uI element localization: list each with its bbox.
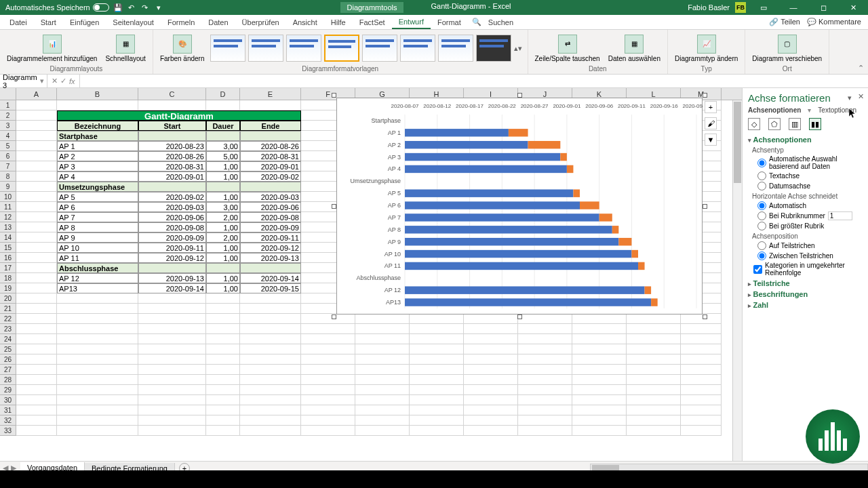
cell-A32[interactable] <box>16 415 57 426</box>
cell-A23[interactable] <box>16 324 57 334</box>
cell-H33[interactable] <box>410 426 464 436</box>
cell-A28[interactable] <box>16 375 57 385</box>
row-header-22[interactable]: 22 <box>0 314 16 324</box>
radio-max-category[interactable]: Bei größter Rubrik <box>757 222 863 230</box>
cell-I23[interactable] <box>464 324 518 334</box>
cell-E29[interactable] <box>240 385 301 395</box>
cell-D24[interactable] <box>206 334 240 344</box>
cell-C4[interactable] <box>138 131 206 141</box>
cell-L28[interactable] <box>627 375 681 385</box>
cell-K22[interactable] <box>572 314 627 324</box>
row-header-1[interactable]: 1 <box>0 100 16 110</box>
cell-C33[interactable] <box>138 426 206 436</box>
cell-E24[interactable] <box>240 334 301 344</box>
cell-L24[interactable] <box>627 334 681 344</box>
move-chart-button[interactable]: ▢Diagramm verschieben <box>749 33 825 64</box>
share-button[interactable]: 🔗 Teilen <box>769 18 800 26</box>
cell-B12[interactable]: AP 7 <box>57 212 138 222</box>
cell-M22[interactable] <box>681 314 722 324</box>
chart-style-1[interactable] <box>210 35 245 62</box>
cell-A9[interactable] <box>16 182 57 192</box>
cell-M26[interactable] <box>681 354 722 365</box>
cell-E19[interactable]: 2020-09-15 <box>240 283 301 293</box>
enter-formula-icon[interactable]: ✓ <box>60 77 66 85</box>
cell-E23[interactable] <box>240 324 301 334</box>
chart-style-8[interactable] <box>476 35 511 62</box>
autosave-toggle[interactable]: Automatisches Speichern <box>5 3 109 12</box>
cell-A5[interactable] <box>16 141 57 151</box>
row-header-13[interactable]: 13 <box>0 222 16 232</box>
cell-B17[interactable]: Abschlussphase <box>57 263 138 273</box>
cell-E22[interactable] <box>240 314 301 324</box>
cell-D29[interactable] <box>206 385 240 395</box>
cell-A4[interactable] <box>16 131 57 141</box>
row-header-16[interactable]: 16 <box>0 253 16 263</box>
cell-C18[interactable]: 2020-09-13 <box>138 273 206 283</box>
row-header-18[interactable]: 18 <box>0 273 16 283</box>
cell-A11[interactable] <box>16 202 57 212</box>
cell-B2[interactable]: Gantt-Diagramm <box>57 110 301 121</box>
radio-between-tickmarks[interactable]: Zwischen Teilstrichen <box>757 251 863 260</box>
cell-C8[interactable]: 2020-09-01 <box>138 171 206 182</box>
cell-G30[interactable] <box>355 395 410 405</box>
cell-B1[interactable] <box>57 100 138 110</box>
radio-auto-select[interactable]: Automatische Auswahl basierend auf Daten <box>757 155 863 170</box>
cell-L33[interactable] <box>627 426 681 436</box>
cell-C16[interactable]: 2020-09-12 <box>138 253 206 263</box>
cell-I26[interactable] <box>464 354 518 365</box>
cell-D9[interactable] <box>206 182 240 192</box>
cell-M32[interactable] <box>681 415 722 426</box>
user-avatar[interactable]: FB <box>735 2 746 13</box>
cell-C12[interactable]: 2020-09-06 <box>138 212 206 222</box>
cell-E33[interactable] <box>240 426 301 436</box>
cell-H24[interactable] <box>410 334 464 344</box>
pane-close-icon[interactable]: ✕ <box>858 92 864 101</box>
cell-E8[interactable]: 2020-09-02 <box>240 171 301 182</box>
ribbon-tab-start[interactable]: Start <box>34 16 63 28</box>
row-header-23[interactable]: 23 <box>0 324 16 334</box>
cell-D1[interactable] <box>206 100 240 110</box>
cell-F31[interactable] <box>301 405 355 415</box>
cell-C28[interactable] <box>138 375 206 385</box>
section-tickmarks[interactable]: Teilstriche <box>748 279 863 287</box>
cell-C24[interactable] <box>138 334 206 344</box>
cell-J33[interactable] <box>518 426 572 436</box>
ribbon-tab-factset[interactable]: FactSet <box>353 16 392 28</box>
cell-D31[interactable] <box>206 405 240 415</box>
cell-M31[interactable] <box>681 405 722 415</box>
cell-D14[interactable]: 2,00 <box>206 232 240 243</box>
row-header-14[interactable]: 14 <box>0 232 16 243</box>
cell-K31[interactable] <box>572 405 627 415</box>
cell-B6[interactable]: AP 2 <box>57 151 138 161</box>
cell-B29[interactable] <box>57 385 138 395</box>
cell-H28[interactable] <box>410 375 464 385</box>
cell-E18[interactable]: 2020-09-14 <box>240 273 301 283</box>
cell-B8[interactable]: AP 4 <box>57 171 138 182</box>
cell-A2[interactable] <box>16 110 57 121</box>
cell-F24[interactable] <box>301 334 355 344</box>
cell-E15[interactable]: 2020-09-12 <box>240 243 301 253</box>
cell-E9[interactable] <box>240 182 301 192</box>
cell-H23[interactable] <box>410 324 464 334</box>
axis-options-icon[interactable]: ▮▮ <box>809 118 821 130</box>
cell-G26[interactable] <box>355 354 410 365</box>
row-header-33[interactable]: 33 <box>0 426 16 436</box>
chart-style-2[interactable] <box>248 35 283 62</box>
cell-C17[interactable] <box>138 263 206 273</box>
cell-D21[interactable] <box>206 304 240 314</box>
radio-date-axis[interactable]: Datumsachse <box>757 182 863 190</box>
change-chart-type-button[interactable]: 📈Diagrammtyp ändern <box>672 33 741 64</box>
cell-E12[interactable]: 2020-09-08 <box>240 212 301 222</box>
cell-B28[interactable] <box>57 375 138 385</box>
select-all-corner[interactable] <box>0 88 16 100</box>
cell-B30[interactable] <box>57 395 138 405</box>
cell-B25[interactable] <box>57 344 138 354</box>
cell-J24[interactable] <box>518 334 572 344</box>
cell-F26[interactable] <box>301 354 355 365</box>
chart-styles-button[interactable]: 🖌 <box>705 117 717 129</box>
cell-B24[interactable] <box>57 334 138 344</box>
maximize-icon[interactable]: ◻ <box>811 0 835 15</box>
cell-A20[interactable] <box>16 293 57 304</box>
chart-style-4[interactable] <box>324 35 359 62</box>
radio-at-category[interactable]: Bei Rubriknummer <box>757 211 863 220</box>
